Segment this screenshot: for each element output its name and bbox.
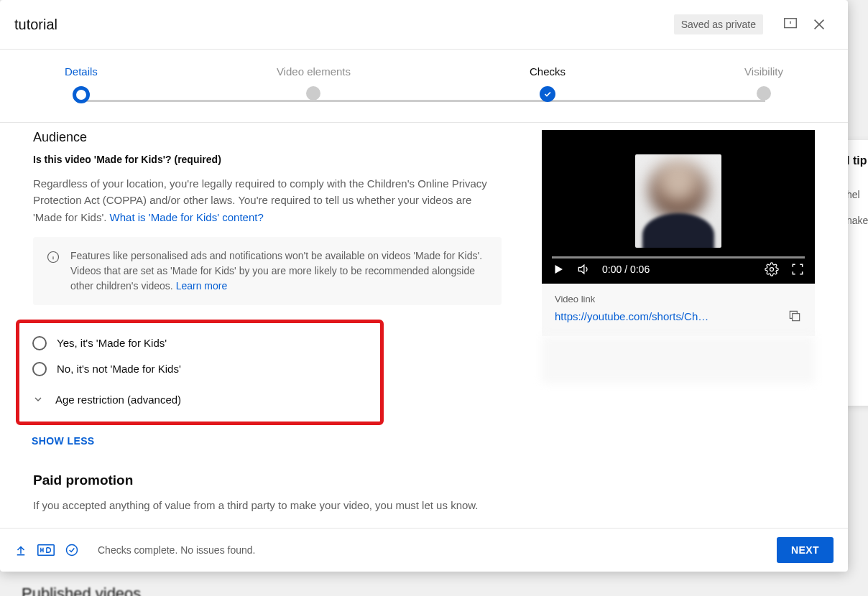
- step-video-elements[interactable]: Video elements: [277, 65, 351, 101]
- blurred-body: [642, 213, 714, 248]
- video-link-label: Video link: [555, 294, 802, 304]
- player-time: 0:00 / 0:06: [602, 264, 650, 275]
- checks-status-text: Checks complete. No issues found.: [98, 544, 767, 556]
- step-label: Visibility: [744, 65, 783, 78]
- step-label: Checks: [530, 65, 565, 78]
- info-icon: [46, 250, 60, 264]
- footer-status-icons: [14, 543, 79, 557]
- tips-title-fragment: l tip: [846, 154, 868, 167]
- next-button[interactable]: NEXT: [777, 537, 834, 563]
- svg-point-2: [770, 268, 774, 271]
- step-dot-done: [540, 86, 555, 102]
- check-circle-icon[interactable]: [65, 543, 79, 557]
- step-label: Details: [65, 65, 98, 78]
- audience-heading: Audience: [33, 130, 502, 145]
- save-status-badge: Saved as private: [674, 14, 763, 34]
- video-title: tutorial: [14, 17, 674, 33]
- step-dot-inactive: [757, 86, 771, 101]
- details-form: Audience Is this video 'Made for Kids'? …: [33, 130, 502, 528]
- volume-icon[interactable]: [576, 262, 591, 276]
- feedback-button[interactable]: [776, 10, 805, 39]
- close-icon: [811, 17, 827, 32]
- settings-icon[interactable]: [765, 262, 779, 276]
- hd-icon[interactable]: [37, 544, 55, 557]
- check-icon: [543, 90, 552, 98]
- radio-icon: [32, 336, 47, 350]
- stepper-line: [83, 100, 765, 102]
- video-thumbnail: [635, 154, 721, 248]
- upload-dialog: tutorial Saved as private Details Video …: [0, 0, 848, 572]
- radio-label: No, it's not 'Made for Kids': [57, 363, 181, 375]
- step-dot-active: [73, 86, 90, 103]
- chevron-down-icon: [32, 394, 44, 405]
- video-player[interactable]: 0:00 / 0:06: [542, 130, 815, 284]
- video-link-row: https://youtube.com/shorts/Ch…: [555, 309, 802, 323]
- step-details[interactable]: Details: [65, 65, 98, 103]
- made-for-kids-help-link[interactable]: What is 'Made for Kids' content?: [110, 211, 264, 223]
- tips-body-fragment: hel: [846, 189, 868, 200]
- blurred-metadata: [542, 336, 815, 383]
- svg-rect-3: [793, 314, 800, 321]
- play-icon[interactable]: [552, 263, 565, 276]
- radio-yes-made-for-kids[interactable]: Yes, it's 'Made for Kids': [32, 336, 367, 350]
- info-box: Features like personalised ads and notif…: [33, 237, 502, 305]
- fullscreen-icon[interactable]: [790, 262, 805, 276]
- feedback-icon: [782, 17, 798, 32]
- tips-body-fragment-2: nake: [846, 215, 868, 226]
- copy-icon[interactable]: [788, 309, 802, 323]
- age-restriction-label: Age restriction (advanced): [55, 394, 181, 406]
- radio-label: Yes, it's 'Made for Kids': [57, 337, 167, 349]
- info-text: Features like personalised ads and notif…: [70, 248, 489, 294]
- paid-promotion-text: If you accepted anything of value from a…: [33, 497, 502, 513]
- show-less-button[interactable]: SHOW LESS: [32, 435, 502, 447]
- radio-no-made-for-kids[interactable]: No, it's not 'Made for Kids': [32, 362, 367, 376]
- close-button[interactable]: [805, 10, 834, 39]
- step-dot-inactive: [306, 86, 320, 101]
- player-controls: 0:00 / 0:06: [542, 255, 815, 284]
- video-link-url[interactable]: https://youtube.com/shorts/Ch…: [555, 310, 762, 322]
- svg-point-5: [67, 545, 78, 556]
- coppa-paragraph: Regardless of your location, you're lega…: [33, 175, 502, 225]
- highlighted-region: Yes, it's 'Made for Kids' No, it's not '…: [16, 320, 384, 425]
- published-videos-heading: Published videos: [22, 585, 141, 596]
- dialog-footer: Checks complete. No issues found. NEXT: [0, 528, 848, 572]
- paid-promotion-heading: Paid promotion: [33, 472, 502, 488]
- made-for-kids-question: Is this video 'Made for Kids'? (required…: [33, 154, 502, 165]
- upload-icon[interactable]: [14, 544, 27, 557]
- dialog-content: Audience Is this video 'Made for Kids'? …: [0, 123, 848, 528]
- stepper: Details Video elements Checks Visibility: [0, 50, 848, 123]
- dialog-header: tutorial Saved as private: [0, 0, 848, 50]
- step-visibility[interactable]: Visibility: [744, 65, 783, 101]
- blurred-face: [649, 160, 708, 219]
- learn-more-link[interactable]: Learn more: [176, 280, 228, 292]
- preview-column: 0:00 / 0:06 Video link https://youtube.c…: [542, 130, 815, 528]
- step-label: Video elements: [277, 65, 351, 78]
- video-link-card: Video link https://youtube.com/shorts/Ch…: [542, 284, 815, 336]
- step-checks[interactable]: Checks: [530, 65, 565, 102]
- age-restriction-expander[interactable]: Age restriction (advanced): [32, 394, 367, 406]
- radio-icon: [32, 362, 47, 376]
